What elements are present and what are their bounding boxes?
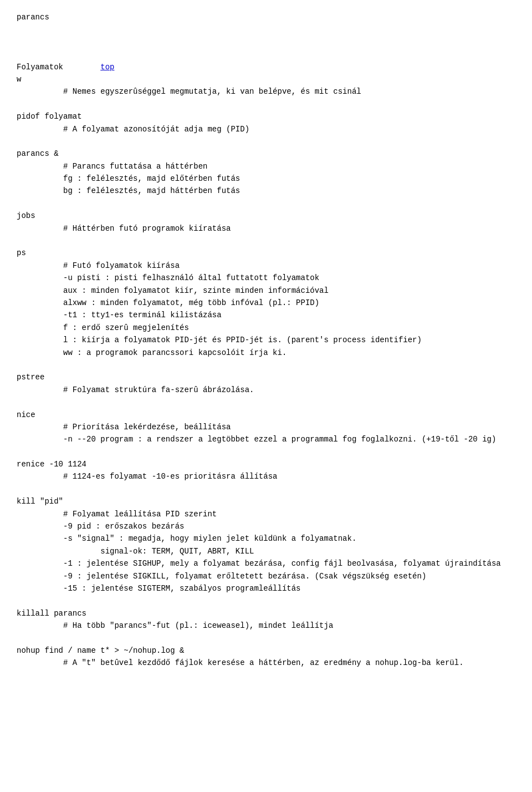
- parancs-amp-label: parancs &: [17, 149, 59, 158]
- w-label: w: [17, 75, 21, 84]
- nice-label: nice: [17, 410, 35, 419]
- page-content: parancs Folyamatok top w # Nemes egyszer…: [17, 11, 515, 669]
- renice-label: renice -10 1124: [17, 460, 86, 469]
- pidof-label: pidof folyamat: [17, 112, 82, 121]
- folyamatok-label: Folyamatok: [17, 63, 100, 72]
- killall-label: killall parancs: [17, 609, 86, 618]
- page-title: parancs: [17, 13, 49, 22]
- kill-label: kill "pid": [17, 497, 63, 506]
- nohup-label: nohup find / name t* > ~/nohup.log &: [17, 646, 184, 655]
- jobs-label: jobs: [17, 211, 35, 220]
- pstree-label: pstree: [17, 373, 44, 382]
- top-link[interactable]: top: [100, 63, 114, 72]
- ps-label: ps: [17, 248, 26, 257]
